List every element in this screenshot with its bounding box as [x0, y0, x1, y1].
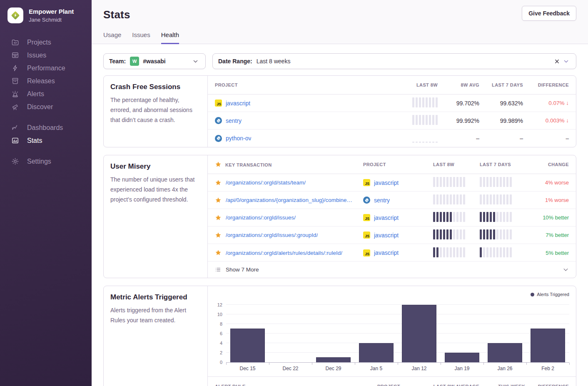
dashboards-icon [11, 124, 19, 132]
project-link[interactable]: sentry [374, 197, 390, 204]
chart-bar-slot [398, 300, 441, 362]
key-transaction-star-icon [215, 214, 222, 221]
settings-gear-icon [11, 157, 19, 165]
transaction-link[interactable]: /organizations/:orgId/issues/ [226, 214, 296, 221]
table-row: /organizations/:orgId/issues/ JSjavascri… [208, 209, 576, 227]
chart-bar-slot [312, 300, 355, 362]
sidebar-nav: Projects Issues Performance Releases Ale… [0, 36, 92, 168]
sidebar-item-projects[interactable]: Projects [0, 36, 92, 49]
team-select-label: Team: [109, 58, 126, 65]
org-logo [7, 7, 23, 23]
metric-alerts-title: Metric Alerts Triggered [110, 293, 201, 301]
x-axis-label: Jan 5 [355, 366, 398, 371]
crash-free-description-card: Crash Free Sessions The percentage of he… [104, 76, 208, 147]
main-area: Stats Give Feedback Usage Issues Health … [92, 0, 588, 386]
org-switcher[interactable]: Empower Plant Jane Schmidt [0, 7, 92, 23]
key-transaction-star-icon [215, 161, 222, 168]
show-more-button[interactable]: Show 7 More [208, 261, 576, 278]
legend-dot [531, 293, 534, 296]
date-range-label: Date Range: [218, 58, 252, 65]
metric-alerts-chart-area: Alerts Triggered 024681012 Dec 15Dec 22D… [208, 286, 576, 386]
sidebar-item-discover[interactable]: Discover [0, 100, 92, 113]
list-icon [215, 266, 221, 273]
project-link[interactable]: javascript [374, 214, 399, 221]
date-range-select[interactable]: Date Range: Last 8 weeks [212, 53, 576, 69]
tab-usage[interactable]: Usage [103, 31, 121, 44]
x-axis-tick [483, 363, 484, 365]
x-axis-label: Jan 12 [398, 366, 441, 371]
transaction-link[interactable]: /api/0/organizations/{organization_slug}… [226, 197, 352, 203]
key-transaction-star-icon [215, 179, 222, 186]
key-transaction-star-icon [215, 232, 222, 239]
project-link[interactable]: python-ov [226, 135, 251, 142]
performance-icon [11, 64, 19, 72]
key-transaction-star-icon [215, 197, 222, 204]
sidebar-item-issues[interactable]: Issues [0, 49, 92, 62]
transaction-link[interactable]: /organizations/:orgId/stats/team/ [226, 179, 306, 186]
project-link[interactable]: javascript [226, 100, 250, 107]
project-link[interactable]: sentry [226, 117, 242, 124]
x-axis-label: Dec 22 [269, 366, 312, 371]
chart-bar [402, 305, 436, 362]
project-link[interactable]: javascript [374, 249, 399, 256]
chart-bar-slot [269, 300, 312, 362]
javascript-platform-icon: JS [363, 214, 370, 221]
mini-bar-chart [480, 177, 512, 187]
mini-bar-chart [433, 212, 465, 222]
user-misery-description: The number of unique users that experien… [110, 174, 201, 204]
mini-bar-chart [412, 97, 438, 107]
metric-alerts-description-card: Metric Alerts Triggered Alerts triggered… [104, 286, 208, 386]
transaction-link[interactable]: /organizations/:orgId/issues/:groupId/ [226, 232, 318, 238]
chevron-down-icon [191, 57, 200, 66]
page-header: Stats Give Feedback Usage Issues Health [92, 0, 588, 44]
clear-date-icon[interactable] [552, 57, 561, 66]
sidebar-item-dashboards[interactable]: Dashboards [0, 121, 92, 134]
mini-bar-chart [433, 247, 465, 257]
tab-health[interactable]: Health [161, 31, 179, 44]
tab-bar: Usage Issues Health [103, 31, 576, 44]
python-platform-icon [363, 197, 370, 204]
javascript-platform-icon: JS [215, 100, 222, 107]
project-link[interactable]: javascript [374, 232, 399, 239]
x-axis-label: Jan 26 [483, 366, 526, 371]
metric-alerts-description: Alerts triggered from the Alert Rules yo… [110, 305, 201, 325]
sidebar-item-performance[interactable]: Performance [0, 62, 92, 75]
team-select-value: #wasabi [143, 58, 165, 65]
table-row: python-ov – – – [208, 129, 576, 147]
team-avatar: W [130, 57, 139, 66]
difference-value: 0.003% ↓ [523, 117, 569, 124]
sidebar-item-stats[interactable]: Stats [0, 134, 92, 147]
user-name: Jane Schmidt [29, 17, 74, 23]
sidebar-item-settings[interactable]: Settings [0, 155, 92, 168]
transaction-link[interactable]: /organizations/:orgId/alerts/rules/detai… [226, 250, 342, 256]
chart-legend: Alerts Triggered [208, 290, 576, 299]
mini-bar-chart [433, 229, 465, 239]
sidebar-item-alerts[interactable]: Alerts [0, 87, 92, 100]
chart-bar [316, 357, 350, 362]
give-feedback-button[interactable]: Give Feedback [522, 6, 576, 21]
tab-issues[interactable]: Issues [132, 31, 150, 44]
x-axis-label: Dec 15 [226, 366, 269, 371]
issues-icon [11, 51, 19, 59]
y-axis-tick-label: 8 [220, 321, 222, 326]
table-row: JSjavascript 99.702% 99.632% 0.07% ↓ [208, 95, 576, 112]
crash-free-description: The percentage of healthy, errored, and … [110, 95, 201, 125]
team-select[interactable]: Team: W #wasabi [103, 53, 206, 69]
org-name: Empower Plant [29, 8, 74, 16]
project-link[interactable]: javascript [374, 179, 399, 186]
change-value: 7% better [526, 232, 569, 238]
releases-icon [11, 77, 19, 85]
alerts-siren-icon [11, 90, 19, 98]
python-platform-icon [215, 117, 222, 124]
crash-free-table-header: PROJECT LAST 8W 8W AVG LAST 7 DAYS DIFFE… [208, 76, 576, 95]
metric-alerts-panel: Metric Alerts Triggered Alerts triggered… [103, 286, 576, 386]
x-axis-label: Feb 2 [526, 366, 569, 371]
change-value: 4% worse [526, 179, 569, 186]
crash-free-table-body: JSjavascript 99.702% 99.632% 0.07% ↓ sen… [208, 95, 576, 147]
sidebar-item-releases[interactable]: Releases [0, 75, 92, 87]
date-range-value: Last 8 weeks [257, 58, 291, 65]
alert-rule-table-header: ALERT RULE PROJECT LAST 8W AVERAGE THIS … [208, 376, 576, 386]
table-row: /api/0/organizations/{organization_slug}… [208, 192, 576, 209]
chart-bar-slot [226, 300, 269, 362]
javascript-platform-icon: JS [363, 179, 370, 186]
